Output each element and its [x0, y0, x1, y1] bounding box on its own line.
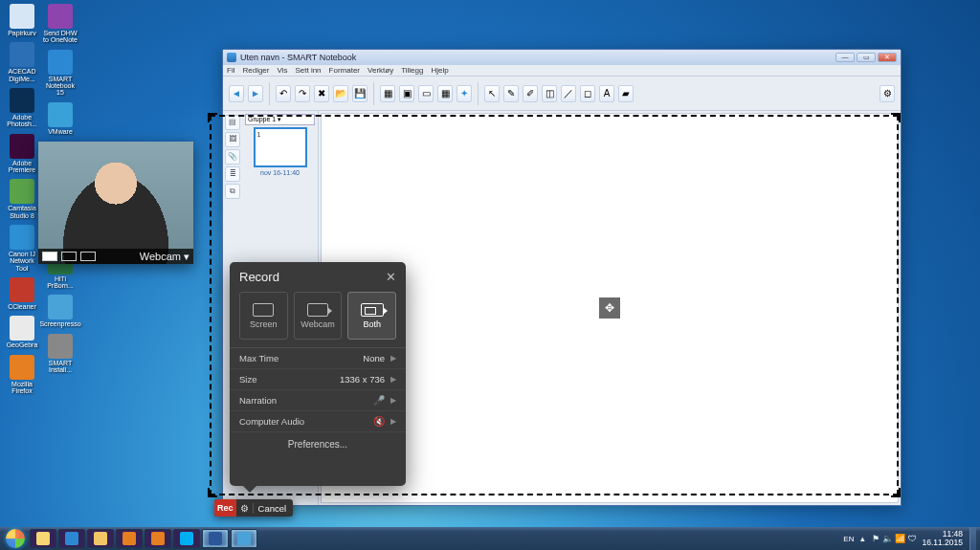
desktop-icon[interactable]: SMART Notebook 15	[42, 50, 78, 97]
desktop-icon[interactable]: Camtasia Studio 8	[4, 179, 40, 219]
menu-item[interactable]: Verktøy	[368, 66, 393, 75]
shape-tool[interactable]: ◻	[580, 85, 595, 102]
menu-item[interactable]: Hjelp	[431, 66, 448, 75]
microphone-icon: 🎤	[373, 395, 385, 406]
pointer-tool[interactable]: ↖	[484, 85, 500, 102]
menu-item[interactable]: Tillegg	[401, 66, 423, 75]
line-tool[interactable]: ／	[561, 85, 576, 102]
menu-item[interactable]: Formater	[329, 66, 360, 75]
menu-item[interactable]: Rediger	[242, 66, 269, 75]
desktop-icon[interactable]: Screenpresso	[42, 295, 78, 327]
save-button[interactable]: 💾	[352, 85, 368, 102]
taskbar-app-screenpresso[interactable]	[231, 529, 257, 548]
clock[interactable]: 11:48 16.11.2015	[922, 530, 963, 547]
toolbar-settings-button[interactable]: ⚙	[880, 85, 895, 102]
narration-row[interactable]: Narration 🎤 ▶	[230, 390, 406, 411]
doc-camera-button[interactable]: ▭	[418, 85, 434, 102]
open-button[interactable]: 📂	[333, 85, 348, 102]
close-button[interactable]: ✕	[878, 53, 897, 62]
screen-capture-button[interactable]: ▣	[399, 85, 414, 102]
webcam-preview[interactable]: Webcam ▾	[38, 142, 193, 264]
taskbar-app-wmp[interactable]	[116, 529, 143, 548]
app-icon	[48, 295, 73, 319]
add-page-button[interactable]: ▦	[380, 85, 395, 102]
next-page-button[interactable]: ►	[248, 85, 263, 102]
thumbnail-caption: nov 16-11:40	[245, 169, 315, 176]
insert-table-button[interactable]: ▦	[437, 85, 453, 102]
tray-icon[interactable]: 🛡	[907, 534, 918, 544]
menu-item[interactable]: Sett inn	[295, 66, 321, 75]
mode-screen[interactable]: Screen	[239, 292, 288, 340]
webcam-size-large[interactable]	[80, 252, 96, 261]
mode-both[interactable]: Both	[347, 292, 396, 340]
desktop-icon[interactable]: VMware	[42, 102, 78, 135]
webcam-size-medium[interactable]	[61, 252, 77, 261]
taskbar-app-folder[interactable]	[87, 529, 114, 548]
desktop-icon[interactable]: Send DHW to OneNote	[42, 4, 78, 44]
webcam-size-small[interactable]	[42, 252, 57, 261]
language-indicator[interactable]: EN	[843, 535, 854, 543]
fill-tool[interactable]: ▰	[618, 85, 634, 102]
skype-icon	[180, 532, 193, 545]
eraser-tool[interactable]: ◫	[542, 85, 557, 102]
close-icon[interactable]: ✕	[386, 270, 396, 284]
desktop-icon[interactable]: Adobe Photosh...	[4, 88, 40, 128]
desktop-icon[interactable]: CCleaner	[4, 277, 40, 310]
taskbar-app-ie[interactable]	[58, 529, 85, 548]
desktop-icon[interactable]: GeoGebra	[4, 316, 40, 348]
maximize-button[interactable]: ▭	[857, 53, 876, 62]
taskbar-app-word[interactable]	[202, 529, 229, 548]
taskbar-app-skype[interactable]	[173, 529, 200, 548]
gear-icon[interactable]: ⚙	[236, 503, 254, 514]
gallery-tab[interactable]: 🖼	[225, 132, 240, 147]
desktop-icon[interactable]: Papirkurv	[4, 4, 40, 36]
desktop-icon[interactable]: Canon IJ Network Tool	[4, 225, 40, 272]
tray-icon[interactable]: 🔈	[882, 534, 893, 544]
desktop-icon[interactable]: SMART Install...	[42, 334, 78, 374]
app-icon	[10, 277, 34, 302]
ie-icon	[65, 532, 78, 545]
cancel-button[interactable]: Cancel	[254, 503, 292, 514]
undo-button[interactable]: ↶	[276, 85, 291, 102]
taskbar-app-firefox[interactable]	[145, 529, 171, 548]
addons-tab[interactable]: ⧉	[225, 184, 240, 199]
page-sorter-tab[interactable]: ▤	[225, 115, 240, 130]
page-canvas[interactable]: ✥	[321, 113, 899, 503]
prev-page-button[interactable]: ◄	[229, 85, 244, 102]
chevron-right-icon: ▶	[390, 375, 396, 384]
addon-button[interactable]: ✦	[457, 85, 472, 102]
webcam-dropdown[interactable]: Webcam ▾	[140, 251, 189, 263]
computer-audio-row[interactable]: Computer Audio 🔇 ▶	[230, 411, 406, 432]
redo-button[interactable]: ↷	[295, 85, 310, 102]
max-time-row[interactable]: Max Time None ▶	[230, 348, 406, 369]
page-thumbnail[interactable]	[254, 127, 307, 167]
menu-item[interactable]: Vis	[277, 66, 287, 75]
taskbar-app-explorer[interactable]	[30, 529, 56, 548]
highlighter-tool[interactable]: ✐	[523, 85, 538, 102]
move-handle-icon[interactable]: ✥	[599, 297, 620, 319]
delete-button[interactable]: ✖	[314, 85, 329, 102]
start-button[interactable]	[2, 527, 29, 550]
rec-button[interactable]: Rec	[214, 499, 236, 517]
window-titlebar[interactable]: Uten navn - SMART Notebook — ▭ ✕	[223, 50, 901, 65]
minimize-button[interactable]: —	[835, 53, 855, 62]
show-desktop-button[interactable]	[969, 527, 976, 550]
desktop-icon[interactable]: Adobe Premiere	[4, 134, 40, 174]
attachments-tab[interactable]: 📎	[225, 149, 240, 165]
properties-tab[interactable]: ≣	[225, 166, 240, 182]
desktop-icon-label: SMART Notebook 15	[42, 76, 78, 97]
tray-icon[interactable]: 📶	[895, 534, 905, 544]
desktop-icon[interactable]: ACECAD DigiMe...	[4, 42, 40, 82]
tray-icon[interactable]: ▴	[858, 534, 868, 544]
pen-tool[interactable]: ✎	[503, 85, 519, 102]
record-toolbar: Rec ⚙ Cancel	[214, 499, 293, 517]
tray-icon[interactable]: ⚑	[870, 534, 880, 544]
text-tool[interactable]: A	[599, 85, 614, 102]
group-header[interactable]: Gruppe 1 ▾	[245, 114, 315, 125]
size-row[interactable]: Size 1336 x 736 ▶	[230, 369, 406, 390]
preferences-button[interactable]: Preferences...	[230, 432, 406, 455]
mode-webcam[interactable]: Webcam	[294, 292, 343, 340]
desktop-icon[interactable]: Mozilla Firefox	[4, 355, 40, 395]
menu-item[interactable]: Fil	[227, 66, 234, 75]
app-icon	[48, 50, 73, 75]
